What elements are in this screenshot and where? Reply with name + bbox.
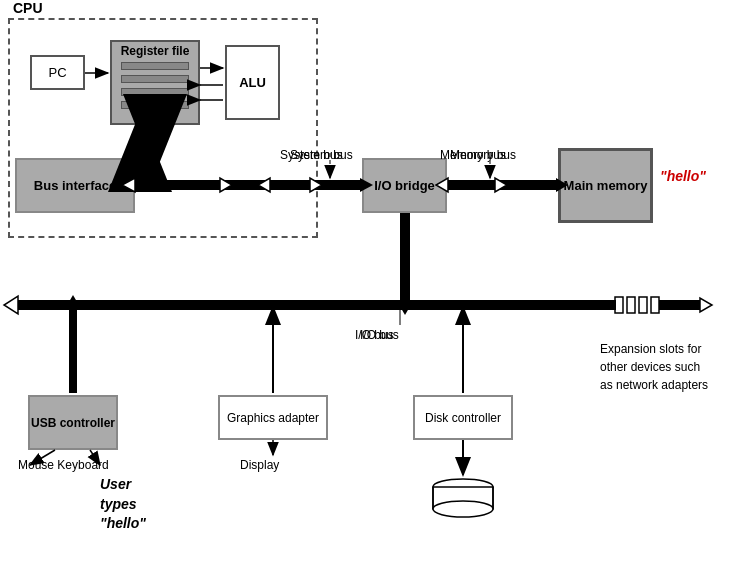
register-lines <box>121 62 190 109</box>
reg-line-3 <box>121 88 190 96</box>
graphics-adapter-label: Graphics adapter <box>227 411 319 425</box>
reg-line-1 <box>121 62 190 70</box>
usb-controller-label: USB controller <box>31 416 115 430</box>
mouse-keyboard-label: Mouse Keyboard <box>18 458 109 472</box>
svg-marker-19 <box>4 296 18 314</box>
svg-rect-22 <box>639 297 647 313</box>
diagram: CPU PC Register file ALU Bus interface I… <box>0 0 753 571</box>
main-memory-box: Main memory <box>558 148 653 223</box>
hello-label: "hello" <box>660 168 706 184</box>
expansion-slots-label: Expansion slots forother devices suchas … <box>600 340 708 394</box>
disk-label: Disk <box>448 480 471 494</box>
svg-rect-23 <box>651 297 659 313</box>
system-bus-text-label: System bus <box>280 148 343 162</box>
user-types-hello: "hello" <box>100 515 146 531</box>
graphics-adapter-box: Graphics adapter <box>218 395 328 440</box>
cpu-label: CPU <box>10 0 46 16</box>
register-file-box: Register file <box>110 40 200 125</box>
memory-bus-text-label: Memory bus <box>440 148 506 162</box>
bus-interface-box: Bus interface <box>15 158 135 213</box>
reg-line-2 <box>121 75 190 83</box>
bus-interface-label: Bus interface <box>34 178 116 193</box>
svg-marker-15 <box>495 178 507 192</box>
register-file-label: Register file <box>121 44 190 58</box>
display-label: Display <box>240 458 279 472</box>
svg-rect-20 <box>615 297 623 313</box>
svg-marker-26 <box>700 298 712 312</box>
disk-controller-box: Disk controller <box>413 395 513 440</box>
svg-marker-31 <box>66 295 80 307</box>
pc-box: PC <box>30 55 85 90</box>
pc-label: PC <box>48 65 66 80</box>
io-bridge-box: I/O bridge <box>362 158 447 213</box>
io-bridge-label: I/O bridge <box>374 178 435 193</box>
alu-label: ALU <box>239 75 266 90</box>
svg-marker-29 <box>398 303 412 315</box>
disk-controller-label: Disk controller <box>425 411 501 425</box>
usb-controller-box: USB controller <box>28 395 118 450</box>
svg-point-42 <box>433 501 493 517</box>
user-types-label: Usertypes"hello" <box>100 475 146 534</box>
alu-box: ALU <box>225 45 280 120</box>
main-memory-label: Main memory <box>564 178 648 193</box>
svg-rect-21 <box>627 297 635 313</box>
reg-line-4 <box>121 101 190 109</box>
io-bus-text-label: I/O bus <box>355 328 394 342</box>
